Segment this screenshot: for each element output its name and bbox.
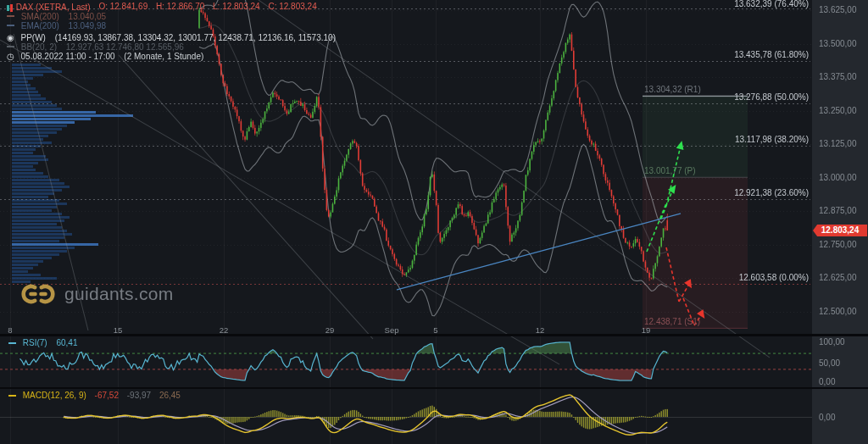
price-tick: 12.875,00 bbox=[819, 206, 857, 215]
x-tick: 5 bbox=[433, 325, 437, 335]
rsi-axis-tick: 50,00 bbox=[819, 358, 840, 368]
fib-label-76: 13.632,39 (76.40%) bbox=[734, 0, 809, 8]
rsi-swatch-icon bbox=[8, 342, 16, 344]
chart-canvas[interactable] bbox=[0, 0, 868, 444]
x-tick: Sep bbox=[385, 325, 399, 335]
x-tick: 29 bbox=[326, 325, 335, 335]
ema-value: 13.049,98 bbox=[69, 21, 107, 31]
price-tick: 13.500,00 bbox=[819, 39, 857, 48]
price-tick: 13.625,00 bbox=[819, 5, 857, 14]
sma-swatch-icon bbox=[7, 15, 14, 17]
guidants-watermark: guidants.com bbox=[20, 281, 174, 307]
chart-application: DAX (XETRA, Last) O: 12.841,69 H: 12.866… bbox=[0, 0, 868, 444]
fib-label-38: 13.117,98 (38.20%) bbox=[735, 135, 809, 144]
legend-bb-row[interactable]: BB(20, 2) 12.927,63 12.746,80 12.565,96 bbox=[7, 42, 336, 51]
last-price-badge: 12.803,24 bbox=[813, 225, 867, 236]
chart-legend: DAX (XETRA, Last) O: 12.841,69 H: 12.866… bbox=[7, 2, 336, 60]
price-tick: 12.750,00 bbox=[819, 240, 857, 249]
x-tick: 22 bbox=[220, 325, 229, 335]
ohlc-low: L: 12.803,24 bbox=[213, 2, 260, 11]
x-tick: 15 bbox=[114, 325, 123, 335]
fib-label-0: 12.603,58 (0.00%) bbox=[739, 273, 809, 282]
rsi-label: RSI(7) bbox=[23, 338, 47, 347]
period: (2 Monate, 1 Stunde) bbox=[124, 52, 203, 61]
ohlc-close: C: 12.803,24 bbox=[268, 2, 316, 11]
rsi-value: 60,41 bbox=[56, 338, 77, 347]
legend-time-row[interactable]: ◷ 05.08.2022 11:00 - 17:00 (2 Monate, 1 … bbox=[7, 51, 336, 60]
legend-sma-row[interactable]: SMA(200) 13.040,05 bbox=[7, 11, 336, 20]
price-tick: 13.125,00 bbox=[819, 139, 857, 148]
fib-label-50: 13.276,88 (50.00%) bbox=[734, 92, 809, 102]
macd-signal-value: -93,97 bbox=[127, 391, 151, 400]
guidants-logo-text: guidants.com bbox=[64, 284, 174, 304]
macd-swatch-icon bbox=[8, 395, 16, 397]
price-tick: 12.500,00 bbox=[819, 307, 857, 316]
session-time: 05.08.2022 11:00 - 17:00 bbox=[21, 52, 115, 61]
ohlc-open: O: 12.841,69 bbox=[98, 2, 147, 11]
ohlc-high: H: 12.866,70 bbox=[156, 2, 204, 11]
legend-pivot-row[interactable]: ◉ PP(W) (14169.93, 13867.38, 13304.32, 1… bbox=[7, 32, 336, 42]
price-tick: 13.250,00 bbox=[819, 106, 857, 115]
ema-label: EMA(200) bbox=[21, 21, 59, 31]
x-tick: 12 bbox=[536, 325, 545, 335]
macd-legend-row[interactable]: MACD(12, 26, 9) -67,52 -93,97 26,45 bbox=[8, 391, 181, 400]
fib-label-23: 12.921,38 (23.60%) bbox=[734, 188, 809, 197]
price-tick: 13.375,00 bbox=[819, 72, 857, 81]
price-tick: 13.000,00 bbox=[819, 173, 857, 182]
macd-axis-tick: 0,00 bbox=[819, 413, 835, 422]
guidants-logo-icon bbox=[20, 281, 56, 307]
macd-label: MACD(12, 26, 9) bbox=[23, 391, 86, 400]
rsi-axis-tick: 0,00 bbox=[819, 377, 835, 386]
legend-instrument-row[interactable]: DAX (XETRA, Last) O: 12.841,69 H: 12.866… bbox=[7, 2, 336, 11]
x-tick: 19 bbox=[642, 325, 651, 335]
rsi-legend-row[interactable]: RSI(7) 60,41 bbox=[8, 338, 78, 347]
fib-label-61: 13.435,78 (61.80%) bbox=[734, 50, 809, 59]
legend-ema-row[interactable]: EMA(200) 13.049,98 bbox=[7, 20, 336, 30]
x-tick: 8 bbox=[8, 325, 12, 335]
rsi-axis-tick: 100,00 bbox=[819, 337, 845, 347]
bb-swatch-icon bbox=[7, 46, 14, 47]
macd-value: -67,52 bbox=[95, 391, 119, 400]
price-tick: 12.625,00 bbox=[819, 273, 857, 282]
pivot-label-p: 13.001,77 (P) bbox=[644, 166, 696, 175]
macd-hist-value: 26,45 bbox=[159, 391, 181, 400]
ema-swatch-icon bbox=[7, 25, 14, 26]
pivot-label-s1: 12.438,71 (S1) bbox=[644, 317, 700, 326]
pivot-label-r1: 13.304,32 (R1) bbox=[644, 85, 701, 94]
clock-icon: ◷ bbox=[7, 52, 14, 61]
